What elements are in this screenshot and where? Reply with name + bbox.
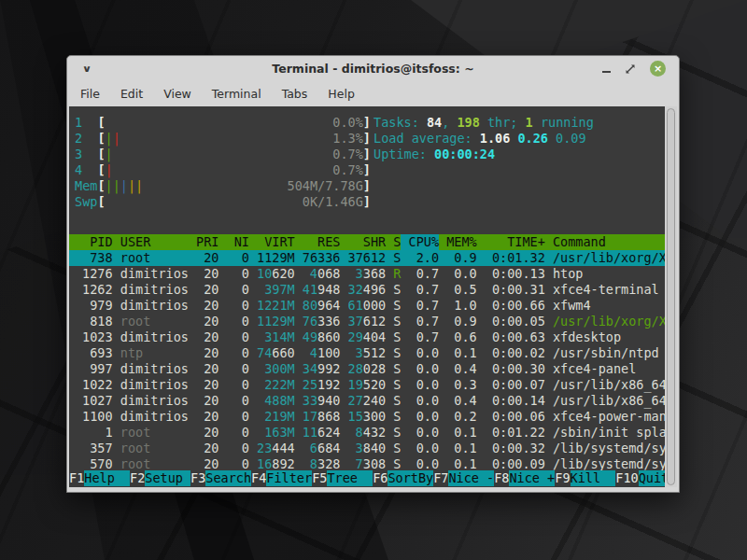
cell-ni: 0 <box>227 345 249 361</box>
menu-tabs[interactable]: Tabs <box>282 87 308 101</box>
cell-state: S <box>393 345 401 361</box>
fkey-F5[interactable]: F5Tree <box>312 470 373 486</box>
process-row[interactable]: 693ntp2007466041003512S0.00.10:00.02/usr… <box>69 345 665 361</box>
cell-shr: 32496 <box>348 282 387 298</box>
fkey-F7[interactable]: F7Nice - <box>433 470 494 486</box>
column-header-pid[interactable]: PID <box>75 234 113 250</box>
cell-cpu: 0.0 <box>409 409 440 425</box>
cell-command: /usr/lib/xorg/X <box>553 250 665 266</box>
meter-bar-yellow: | <box>128 178 135 193</box>
meter-value: 0K/1.46G <box>303 194 363 210</box>
cell-state: S <box>393 329 401 345</box>
cell-cpu: 0.7 <box>409 298 440 314</box>
process-row[interactable]: 1root200163M116248432S0.00.10:01.22/sbin… <box>69 425 665 441</box>
fkey-number: F5 <box>312 470 327 486</box>
process-row[interactable]: 1262dimitrios200397M4194832496S0.70.50:0… <box>69 282 665 298</box>
cell-ni: 0 <box>227 441 249 456</box>
process-row[interactable]: 357root2002344466843840S0.00.10:00.32/li… <box>69 441 665 456</box>
process-row[interactable]: 1100dimitrios200219M1786815300S0.00.20:0… <box>69 409 665 425</box>
fkey-F8[interactable]: F8Nice + <box>494 470 555 486</box>
meter-value: 0.7% <box>332 147 363 162</box>
cell-user: dimitrios <box>120 329 189 345</box>
process-row[interactable]: 1022dimitrios200222M2519219520S0.00.30:0… <box>69 377 665 393</box>
process-row[interactable]: 1276dimitrios2001062040683368R0.70.00:00… <box>69 266 665 282</box>
process-row[interactable]: 1023dimitrios200314M4986029404S0.70.60:0… <box>69 329 665 345</box>
column-header-mem[interactable]: MEM% <box>446 234 477 250</box>
cell-user: ntp <box>120 345 189 361</box>
scrollbar[interactable] <box>665 106 677 487</box>
cell-pid: 997 <box>75 361 113 377</box>
cell-shr: 3368 <box>348 266 387 282</box>
meter-bracket: ] <box>363 115 371 131</box>
column-header-virt[interactable]: VIRT <box>257 234 295 250</box>
fkey-F9[interactable]: F9Kill <box>555 470 615 486</box>
cell-cpu: 0.0 <box>409 425 440 441</box>
column-header-res[interactable]: RES <box>303 234 341 250</box>
process-row[interactable]: 979dimitrios2001221M8096461000S0.71.00:0… <box>69 298 665 314</box>
cell-state: S <box>393 314 401 329</box>
column-header-time[interactable]: TIME+ <box>485 234 545 250</box>
meter-bracket: [ <box>97 162 105 178</box>
fkey-number: F10 <box>615 470 638 486</box>
window-menu-chevron-icon[interactable]: ∨ <box>82 63 92 74</box>
menu-terminal[interactable]: Terminal <box>212 87 261 101</box>
cell-res: 11624 <box>303 425 341 441</box>
fkey-number: F4 <box>251 470 266 486</box>
fkey-F1[interactable]: F1Help <box>69 470 130 486</box>
cell-state: S <box>393 409 401 425</box>
meter-body: 0.0% <box>106 115 363 131</box>
cell-pid: 1276 <box>75 266 113 282</box>
fkey-F10[interactable]: F10Quit <box>615 470 665 486</box>
cell-state: S <box>393 361 401 377</box>
menu-help[interactable]: Help <box>328 87 355 101</box>
cell-res: 34992 <box>303 361 341 377</box>
column-header-shr[interactable]: SHR <box>348 234 387 250</box>
process-row[interactable]: 738root2001129M7633637612S2.00.90:01.32/… <box>69 250 665 266</box>
meter-bars: | <box>106 147 113 162</box>
cell-ni: 0 <box>227 425 249 441</box>
menu-edit[interactable]: Edit <box>120 87 143 101</box>
fkey-F3[interactable]: F3Search <box>190 470 251 486</box>
info-text: 0.26 <box>517 131 556 146</box>
cell-shr: 29404 <box>348 329 387 345</box>
fkey-F4[interactable]: F4Filter <box>251 470 312 486</box>
column-header-cpu-sorted[interactable]: CPU% <box>401 234 439 250</box>
menu-view[interactable]: View <box>163 87 191 101</box>
cell-mem: 0.0 <box>446 266 477 282</box>
maximize-icon[interactable] <box>625 63 636 75</box>
cell-pri: 20 <box>196 345 218 361</box>
meter-bracket: [ <box>97 147 105 162</box>
meter-bars: ||||| <box>106 178 144 194</box>
minimize-icon[interactable] <box>602 71 611 73</box>
fkey-F6[interactable]: F6SortBy <box>373 470 433 486</box>
column-header-command[interactable]: Command <box>553 234 665 250</box>
cell-shr: 61000 <box>348 298 387 314</box>
scrollbar-thumb[interactable] <box>667 108 675 485</box>
column-header-pri[interactable]: PRI <box>196 234 218 250</box>
cell-state: S <box>393 282 401 298</box>
meter-bracket: [ <box>97 194 105 210</box>
column-header-ni[interactable]: NI <box>227 234 249 250</box>
cell-cpu: 0.0 <box>409 441 440 456</box>
fkey-F2[interactable]: F2Setup <box>130 470 190 486</box>
process-row[interactable]: 1027dimitrios200488M3394027240S0.00.40:0… <box>69 393 665 409</box>
meter: Mem[|||||504M/7.78G] <box>75 178 371 194</box>
close-icon[interactable]: × <box>650 61 666 77</box>
process-row[interactable]: 818root2001129M7633637612S0.70.90:00.05/… <box>69 314 665 329</box>
titlebar[interactable]: ∨ Terminal - dimitrios@itsfoss: ~ × <box>67 56 679 81</box>
process-rows: 738root2001129M7633637612S2.00.90:01.32/… <box>69 250 665 472</box>
column-header-state[interactable]: S <box>393 234 401 250</box>
cell-time: 0:00.66 <box>485 298 545 314</box>
fkey-label: Help <box>84 470 130 486</box>
fkey-number: F2 <box>130 470 145 486</box>
menu-file[interactable]: File <box>80 87 100 101</box>
meter-bar-green: | <box>106 178 113 193</box>
info-text: Uptime: <box>374 147 434 161</box>
function-key-bar: F1Help F2Setup F3SearchF4FilterF5Tree F6… <box>69 470 665 486</box>
cell-res: 33940 <box>303 393 341 409</box>
cell-mem: 0.4 <box>446 393 477 409</box>
process-row[interactable]: 997dimitrios200300M3499228028S0.00.40:00… <box>69 361 665 377</box>
fkey-number: F3 <box>190 470 205 486</box>
column-header-user[interactable]: USER <box>120 234 189 250</box>
cell-shr: 8432 <box>348 425 387 441</box>
